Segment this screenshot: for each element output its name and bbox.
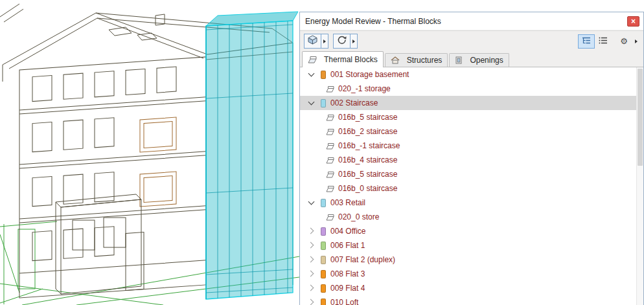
chevron-down-icon[interactable] <box>308 71 316 78</box>
selected-thermal-block-staircase[interactable] <box>206 12 298 299</box>
facade-wireframe <box>19 57 206 298</box>
zone-plan-icon <box>326 185 334 192</box>
building-wireframe <box>0 0 299 305</box>
chevron-right-icon[interactable] <box>308 227 316 235</box>
chevron-down-icon[interactable] <box>308 99 316 107</box>
tree-item-label: 016b_-1 staircase <box>338 141 400 150</box>
tree-group-label: 004 Office <box>330 227 365 236</box>
tab-structures[interactable]: Structures <box>385 53 448 67</box>
wing-wireframe <box>56 194 141 294</box>
tree-item[interactable]: 016b_0 staircase <box>300 181 643 196</box>
tree-group-label: 006 Flat 1 <box>330 241 365 250</box>
tree-item-label: 016b_4 staircase <box>338 155 397 164</box>
zone-plan-icon <box>326 214 334 221</box>
tree-group[interactable]: 003 Retail <box>300 196 643 210</box>
tree-group[interactable]: 008 Flat 3 <box>300 267 643 281</box>
list-view-icon <box>598 36 608 47</box>
thermal-block-color-swatch <box>321 242 326 250</box>
zone-plan-icon <box>326 128 334 135</box>
chevron-down-icon[interactable] <box>308 199 316 207</box>
tree-view-button[interactable] <box>578 34 595 49</box>
tree-group[interactable]: 010 Loft <box>300 295 643 305</box>
openings-tab-icon <box>455 56 463 64</box>
tree-item-label: 016b_2 staircase <box>338 127 397 136</box>
tree-item[interactable]: 020_-1 storage <box>300 82 643 96</box>
vertical-scrollbar[interactable] <box>636 67 643 305</box>
zone-plan-icon <box>326 114 334 121</box>
zone-plan-icon <box>326 157 334 164</box>
flyout-arrow-icon <box>635 40 638 43</box>
tree-view-icon <box>581 36 592 47</box>
tab-label: Structures <box>407 56 443 65</box>
refresh-icon <box>337 35 347 47</box>
palette-titlebar[interactable]: Energy Model Review - Thermal Blocks × <box>300 12 643 30</box>
tree-item-label: 020_0 store <box>338 212 379 221</box>
tree-group[interactable]: 004 Office <box>300 224 643 238</box>
palette-title: Energy Model Review - Thermal Blocks <box>305 17 441 26</box>
energy-model-flyout-arrow[interactable] <box>321 34 328 49</box>
thermal-block-color-swatch <box>321 99 326 107</box>
update-button-group <box>333 34 358 49</box>
thermal-block-color-swatch <box>321 284 326 293</box>
thermal-blocks-tree: 001 Storage basement 020_-1 storage 002 … <box>300 67 643 305</box>
zone-plan-icon <box>326 142 334 150</box>
tree-item-label: 020_-1 storage <box>338 84 391 93</box>
scrollbar-thumb[interactable] <box>638 69 643 166</box>
update-flyout-arrow[interactable] <box>350 34 358 49</box>
thermal-block-color-swatch <box>321 270 326 278</box>
close-button[interactable]: × <box>627 16 639 27</box>
tree-group-label: 010 Loft <box>330 298 358 305</box>
palette-toolbar: ⚙ <box>300 30 643 51</box>
zone-plan-icon <box>326 171 334 178</box>
tab-openings[interactable]: Openings <box>449 53 509 67</box>
tree-item-label: 016b_0 staircase <box>338 184 397 193</box>
balcony-wireframe <box>140 117 176 207</box>
settings-button[interactable]: ⚙ <box>615 34 632 48</box>
chevron-right-icon[interactable] <box>308 299 316 305</box>
chevron-right-icon[interactable] <box>308 270 316 278</box>
flyout-arrow-icon <box>352 40 355 43</box>
zone-plan-icon <box>326 85 334 93</box>
energy-model-button[interactable] <box>304 34 321 49</box>
tree-item[interactable]: 016b_5 staircase <box>300 110 643 124</box>
energy-model-cube-icon <box>307 35 318 47</box>
tree-item[interactable]: 016b_-1 staircase <box>300 139 643 153</box>
tree-item-label: 016b_5 staircase <box>338 170 397 179</box>
gear-icon: ⚙ <box>620 37 628 45</box>
tree-item[interactable]: 016b_5 staircase <box>300 167 643 181</box>
close-icon: × <box>631 17 636 26</box>
tree-group-label: 001 Storage basement <box>330 70 409 79</box>
settings-flyout-arrow[interactable] <box>632 34 639 49</box>
list-view-button[interactable] <box>595 34 612 49</box>
palette-tabstrip: Thermal Blocks Structures Openings <box>300 51 643 67</box>
structures-tab-icon <box>391 56 400 64</box>
tree-group-label: 008 Flat 3 <box>330 269 365 278</box>
tree-item[interactable]: 020_0 store <box>300 210 643 224</box>
settings-button-group: ⚙ <box>615 34 639 49</box>
tab-label: Openings <box>470 56 503 65</box>
update-refresh-button[interactable] <box>333 34 351 49</box>
chevron-right-icon[interactable] <box>308 256 316 264</box>
tree-group[interactable]: 006 Flat 1 <box>300 238 643 253</box>
tree-item[interactable]: 016b_4 staircase <box>300 153 643 167</box>
chevron-right-icon[interactable] <box>308 284 316 292</box>
tree-group-label: 003 Retail <box>330 198 365 207</box>
thermal-block-color-swatch <box>321 199 326 207</box>
thermal-block-color-swatch <box>321 71 326 79</box>
tab-label: Thermal Blocks <box>324 55 378 64</box>
tree-group[interactable]: 007 Flat 2 (duplex) <box>300 253 643 267</box>
tab-thermal-blocks[interactable]: Thermal Blocks <box>302 51 384 67</box>
tree-group[interactable]: 009 Flat 4 <box>300 281 643 295</box>
thermal-block-tab-icon <box>308 56 317 63</box>
thermal-block-color-swatch <box>321 256 326 264</box>
tree-group-selected[interactable]: 002 Staircase <box>300 96 643 110</box>
flyout-arrow-icon <box>323 40 326 43</box>
energy-model-review-palette: Energy Model Review - Thermal Blocks × <box>299 12 644 305</box>
3d-model-view[interactable] <box>0 0 299 305</box>
chevron-right-icon[interactable] <box>308 242 316 249</box>
tree-item-label: 016b_5 staircase <box>338 113 397 122</box>
energy-model-button-group <box>304 34 328 49</box>
tree-group[interactable]: 001 Storage basement <box>300 67 643 82</box>
tree-item[interactable]: 016b_2 staircase <box>300 124 643 139</box>
thermal-block-color-swatch <box>321 227 326 236</box>
